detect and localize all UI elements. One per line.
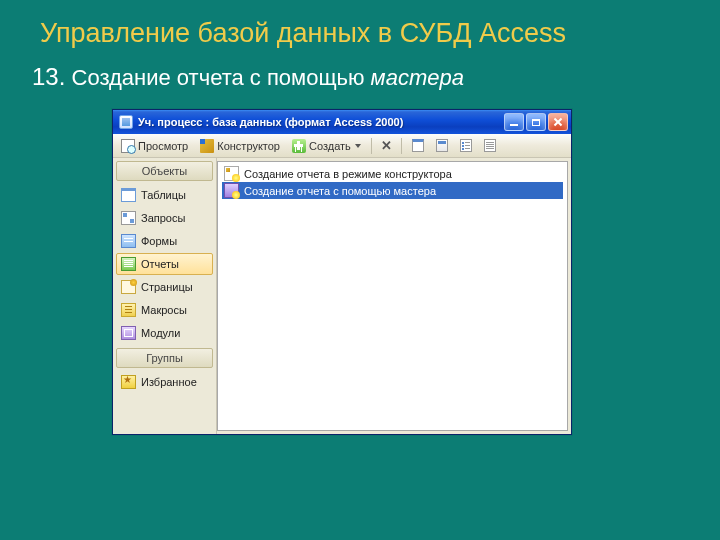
new-button[interactable]: Создать bbox=[288, 136, 365, 156]
new-label: Создать bbox=[309, 140, 351, 152]
subtitle-italic: мастера bbox=[371, 65, 464, 90]
nav-label: Отчеты bbox=[141, 258, 179, 270]
wizard-icon bbox=[224, 183, 239, 198]
query-icon bbox=[121, 211, 136, 225]
list-item-label: Создание отчета в режиме конструктора bbox=[244, 168, 452, 180]
sidebar: Объекты Таблицы Запросы Формы Отчеты Стр… bbox=[113, 158, 217, 434]
dropdown-arrow-icon bbox=[355, 144, 361, 148]
details-view-icon bbox=[484, 139, 496, 152]
preview-icon bbox=[121, 139, 135, 153]
list-view-button[interactable] bbox=[456, 136, 476, 155]
nav-label: Страницы bbox=[141, 281, 193, 293]
nav-favorites[interactable]: Избранное bbox=[116, 371, 213, 393]
favorites-icon bbox=[121, 375, 136, 389]
nav-queries[interactable]: Запросы bbox=[116, 207, 213, 229]
nav-reports[interactable]: Отчеты bbox=[116, 253, 213, 275]
nav-macros[interactable]: Макросы bbox=[116, 299, 213, 321]
design-mode-icon bbox=[224, 166, 239, 181]
form-icon bbox=[121, 234, 136, 248]
nav-label: Формы bbox=[141, 235, 177, 247]
nav-label: Макросы bbox=[141, 304, 187, 316]
page-icon bbox=[121, 280, 136, 294]
nav-label: Избранное bbox=[141, 376, 197, 388]
window-icon bbox=[119, 115, 133, 129]
nav-tables[interactable]: Таблицы bbox=[116, 184, 213, 206]
small-icons-icon bbox=[412, 139, 424, 152]
new-icon bbox=[292, 139, 306, 153]
database-window: Уч. процесс : база данных (формат Access… bbox=[112, 109, 572, 435]
list-item-label: Создание отчета с помощью мастера bbox=[244, 185, 436, 197]
details-view-button[interactable] bbox=[480, 136, 500, 155]
toolbar-separator bbox=[401, 138, 402, 154]
item-number: 13. bbox=[32, 63, 65, 90]
nav-pages[interactable]: Страницы bbox=[116, 276, 213, 298]
toolbar: Просмотр Конструктор Создать ✕ bbox=[113, 134, 571, 158]
design-icon bbox=[200, 139, 214, 153]
groups-header[interactable]: Группы bbox=[116, 348, 213, 368]
titlebar[interactable]: Уч. процесс : база данных (формат Access… bbox=[113, 110, 571, 134]
macro-icon bbox=[121, 303, 136, 317]
window-title: Уч. процесс : база данных (формат Access… bbox=[138, 116, 504, 128]
nav-label: Модули bbox=[141, 327, 180, 339]
preview-label: Просмотр bbox=[138, 140, 188, 152]
design-label: Конструктор bbox=[217, 140, 280, 152]
table-icon bbox=[121, 188, 136, 202]
nav-modules[interactable]: Модули bbox=[116, 322, 213, 344]
small-icons-button[interactable] bbox=[408, 136, 428, 155]
module-icon bbox=[121, 326, 136, 340]
list-item-create-wizard[interactable]: Создание отчета с помощью мастера bbox=[222, 182, 563, 199]
minimize-button[interactable] bbox=[504, 113, 524, 131]
slide-title: Управление базой данных в СУБД Access bbox=[40, 18, 720, 49]
nav-label: Таблицы bbox=[141, 189, 186, 201]
objects-header[interactable]: Объекты bbox=[116, 161, 213, 181]
toolbar-separator bbox=[371, 138, 372, 154]
design-button[interactable]: Конструктор bbox=[196, 136, 284, 156]
large-icons-icon bbox=[436, 139, 448, 152]
main-list[interactable]: Создание отчета в режиме конструктора Со… bbox=[217, 161, 568, 431]
large-icons-button[interactable] bbox=[432, 136, 452, 155]
preview-button[interactable]: Просмотр bbox=[117, 136, 192, 156]
list-view-icon bbox=[460, 139, 472, 152]
delete-button[interactable]: ✕ bbox=[378, 138, 395, 153]
close-button[interactable] bbox=[548, 113, 568, 131]
slide-subtitle: 13. Создание отчета с помощью мастера bbox=[32, 63, 720, 91]
maximize-button[interactable] bbox=[526, 113, 546, 131]
list-item-create-design[interactable]: Создание отчета в режиме конструктора bbox=[222, 165, 563, 182]
subtitle-text: Создание отчета с помощью bbox=[72, 65, 371, 90]
report-icon bbox=[121, 257, 136, 271]
nav-label: Запросы bbox=[141, 212, 185, 224]
nav-forms[interactable]: Формы bbox=[116, 230, 213, 252]
